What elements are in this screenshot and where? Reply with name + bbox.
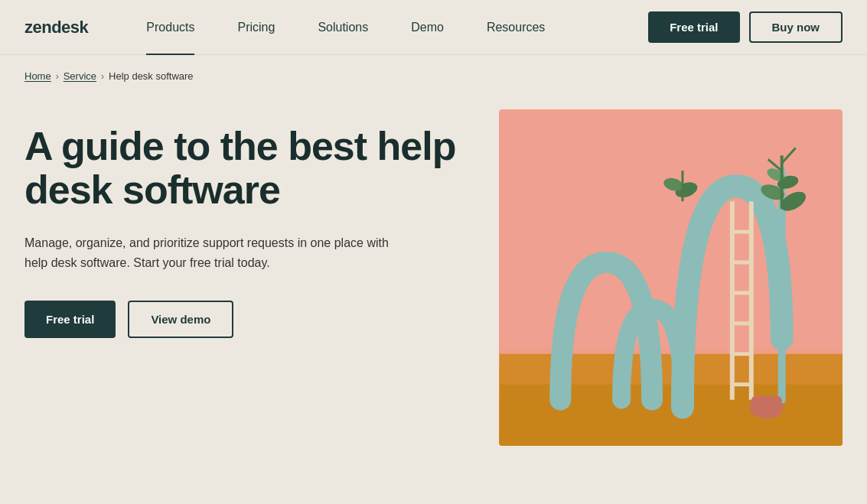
- svg-line-18: [781, 148, 795, 163]
- logo[interactable]: zendesk: [24, 18, 88, 37]
- nav-item-resources[interactable]: Resources: [465, 0, 566, 55]
- breadcrumb-home[interactable]: Home: [24, 70, 51, 82]
- nav-item-pricing[interactable]: Pricing: [216, 0, 296, 55]
- breadcrumb-current: Help desk software: [109, 70, 194, 82]
- nav-item-demo[interactable]: Demo: [389, 0, 465, 55]
- svg-rect-12: [751, 396, 781, 415]
- header-free-trial-button[interactable]: Free trial: [648, 11, 739, 43]
- hero-content: A guide to the best help desk software M…: [24, 109, 468, 500]
- cta-buttons: Free trial View demo: [24, 301, 468, 338]
- hero-image-container: [499, 109, 843, 500]
- hero-subtitle: Manage, organize, and prioritize support…: [24, 233, 407, 272]
- hero-image: [499, 109, 843, 446]
- header-buy-now-button[interactable]: Buy now: [749, 11, 843, 43]
- hero-view-demo-button[interactable]: View demo: [128, 301, 233, 338]
- nav-item-products[interactable]: Products: [125, 0, 216, 55]
- breadcrumb: Home › Service › Help desk software: [0, 55, 867, 94]
- hero-title: A guide to the best help desk software: [24, 125, 468, 212]
- breadcrumb-sep-1: ›: [56, 71, 59, 82]
- header: zendesk Products Pricing Solutions Demo …: [0, 0, 867, 55]
- breadcrumb-service[interactable]: Service: [64, 70, 96, 82]
- hero-free-trial-button[interactable]: Free trial: [24, 301, 116, 338]
- breadcrumb-sep-2: ›: [101, 71, 104, 82]
- hero-illustration: [499, 109, 843, 446]
- main-nav: Products Pricing Solutions Demo Resource…: [125, 0, 648, 55]
- nav-item-solutions[interactable]: Solutions: [296, 0, 389, 55]
- main-content: A guide to the best help desk software M…: [0, 94, 867, 500]
- nav-actions: Free trial Buy now: [648, 11, 843, 43]
